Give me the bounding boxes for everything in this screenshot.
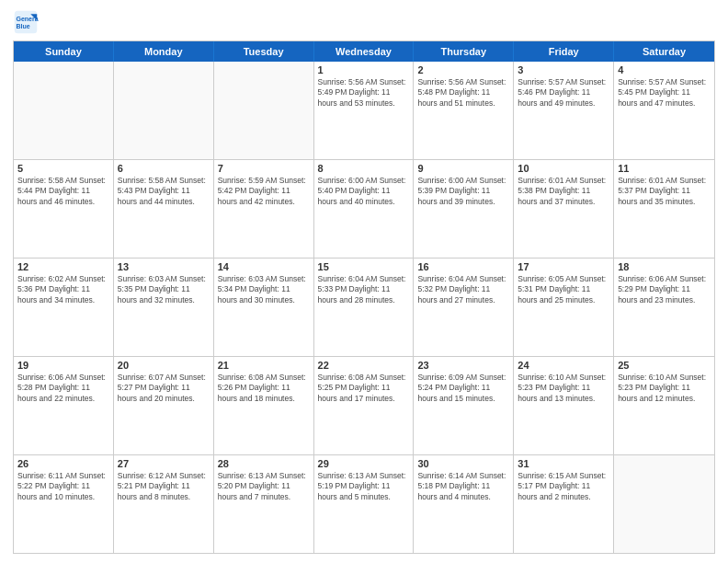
day-info: Sunrise: 5:58 AM Sunset: 5:44 PM Dayligh…: [17, 176, 109, 207]
day-info: Sunrise: 6:03 AM Sunset: 5:35 PM Dayligh…: [118, 274, 210, 305]
day-number: 30: [417, 458, 509, 469]
header: General Blue: [13, 9, 715, 35]
day-cell: 2Sunrise: 5:56 AM Sunset: 5:48 PM Daylig…: [414, 62, 514, 159]
day-number: 6: [118, 163, 210, 174]
week-row-3: 12Sunrise: 6:02 AM Sunset: 5:36 PM Dayli…: [14, 258, 714, 356]
day-info: Sunrise: 6:06 AM Sunset: 5:29 PM Dayligh…: [618, 274, 711, 305]
day-info: Sunrise: 6:08 AM Sunset: 5:25 PM Dayligh…: [318, 373, 410, 404]
day-info: Sunrise: 6:10 AM Sunset: 5:23 PM Dayligh…: [618, 373, 711, 404]
day-number: 5: [17, 163, 109, 174]
day-info: Sunrise: 6:06 AM Sunset: 5:28 PM Dayligh…: [17, 373, 109, 404]
header-saturday: Saturday: [614, 41, 714, 62]
logo: General Blue: [13, 9, 42, 35]
day-number: 29: [318, 458, 410, 469]
day-cell: 3Sunrise: 5:57 AM Sunset: 5:46 PM Daylig…: [514, 62, 614, 159]
day-number: 13: [118, 261, 210, 272]
day-number: 11: [618, 163, 711, 174]
day-cell: 29Sunrise: 6:13 AM Sunset: 5:19 PM Dayli…: [314, 455, 415, 553]
day-number: 18: [618, 261, 711, 272]
logo-icon: General Blue: [13, 9, 39, 35]
day-cell: 14Sunrise: 6:03 AM Sunset: 5:34 PM Dayli…: [214, 259, 314, 356]
day-cell: 27Sunrise: 6:12 AM Sunset: 5:21 PM Dayli…: [114, 455, 214, 553]
day-cell: 28Sunrise: 6:13 AM Sunset: 5:20 PM Dayli…: [214, 455, 314, 553]
day-number: 20: [118, 360, 210, 371]
svg-text:Blue: Blue: [17, 23, 30, 29]
day-number: 15: [318, 261, 410, 272]
day-number: 28: [218, 458, 310, 469]
calendar: Sunday Monday Tuesday Wednesday Thursday…: [13, 40, 715, 554]
day-number: 2: [417, 64, 509, 75]
day-info: Sunrise: 6:08 AM Sunset: 5:26 PM Dayligh…: [218, 373, 310, 404]
day-info: Sunrise: 6:05 AM Sunset: 5:31 PM Dayligh…: [518, 274, 609, 305]
day-cell: 1Sunrise: 5:56 AM Sunset: 5:49 PM Daylig…: [314, 62, 415, 159]
day-number: 9: [417, 163, 509, 174]
day-number: 24: [518, 360, 609, 371]
day-cell: 16Sunrise: 6:04 AM Sunset: 5:32 PM Dayli…: [414, 259, 514, 356]
day-number: 14: [218, 261, 310, 272]
day-cell: 26Sunrise: 6:11 AM Sunset: 5:22 PM Dayli…: [14, 455, 114, 553]
day-number: 22: [318, 360, 410, 371]
week-row-4: 19Sunrise: 6:06 AM Sunset: 5:28 PM Dayli…: [14, 356, 714, 454]
day-number: 27: [118, 458, 210, 469]
week-row-1: 1Sunrise: 5:56 AM Sunset: 5:49 PM Daylig…: [14, 62, 714, 159]
day-number: 7: [218, 163, 310, 174]
header-tuesday: Tuesday: [214, 41, 314, 62]
day-info: Sunrise: 6:10 AM Sunset: 5:23 PM Dayligh…: [518, 373, 609, 404]
calendar-body: 1Sunrise: 5:56 AM Sunset: 5:49 PM Daylig…: [14, 62, 714, 553]
day-cell: 22Sunrise: 6:08 AM Sunset: 5:25 PM Dayli…: [314, 357, 415, 454]
day-cell: 31Sunrise: 6:15 AM Sunset: 5:17 PM Dayli…: [514, 455, 614, 553]
day-number: 8: [318, 163, 410, 174]
day-cell: 24Sunrise: 6:10 AM Sunset: 5:23 PM Dayli…: [514, 357, 614, 454]
day-info: Sunrise: 5:59 AM Sunset: 5:42 PM Dayligh…: [218, 176, 310, 207]
page: General Blue Sunday Monday Tuesday Wedne…: [0, 0, 728, 563]
day-cell: [214, 62, 314, 159]
day-info: Sunrise: 6:07 AM Sunset: 5:27 PM Dayligh…: [118, 373, 210, 404]
day-info: Sunrise: 5:57 AM Sunset: 5:45 PM Dayligh…: [618, 77, 711, 109]
day-cell: 20Sunrise: 6:07 AM Sunset: 5:27 PM Dayli…: [114, 357, 214, 454]
day-number: 10: [518, 163, 609, 174]
day-info: Sunrise: 6:13 AM Sunset: 5:19 PM Dayligh…: [318, 471, 410, 502]
day-number: 16: [417, 261, 509, 272]
header-wednesday: Wednesday: [314, 41, 415, 62]
header-sunday: Sunday: [14, 41, 114, 62]
day-cell: 18Sunrise: 6:06 AM Sunset: 5:29 PM Dayli…: [614, 259, 714, 356]
day-cell: 15Sunrise: 6:04 AM Sunset: 5:33 PM Dayli…: [314, 259, 415, 356]
day-number: 21: [218, 360, 310, 371]
day-cell: 7Sunrise: 5:59 AM Sunset: 5:42 PM Daylig…: [214, 160, 314, 258]
day-number: 25: [618, 360, 711, 371]
day-number: 26: [17, 458, 109, 469]
day-cell: 4Sunrise: 5:57 AM Sunset: 5:45 PM Daylig…: [614, 62, 714, 159]
day-info: Sunrise: 6:13 AM Sunset: 5:20 PM Dayligh…: [218, 471, 310, 502]
header-thursday: Thursday: [414, 41, 514, 62]
day-cell: 9Sunrise: 6:00 AM Sunset: 5:39 PM Daylig…: [414, 160, 514, 258]
day-cell: 19Sunrise: 6:06 AM Sunset: 5:28 PM Dayli…: [14, 357, 114, 454]
day-number: 31: [518, 458, 609, 469]
header-friday: Friday: [514, 41, 614, 62]
day-number: 19: [17, 360, 109, 371]
day-info: Sunrise: 6:04 AM Sunset: 5:32 PM Dayligh…: [417, 274, 509, 305]
day-number: 4: [618, 64, 711, 75]
day-cell: 10Sunrise: 6:01 AM Sunset: 5:38 PM Dayli…: [514, 160, 614, 258]
day-info: Sunrise: 6:12 AM Sunset: 5:21 PM Dayligh…: [118, 471, 210, 502]
day-headers: Sunday Monday Tuesday Wednesday Thursday…: [14, 41, 714, 62]
day-info: Sunrise: 6:01 AM Sunset: 5:37 PM Dayligh…: [618, 176, 711, 207]
day-info: Sunrise: 6:15 AM Sunset: 5:17 PM Dayligh…: [518, 471, 609, 502]
day-info: Sunrise: 6:11 AM Sunset: 5:22 PM Dayligh…: [17, 471, 109, 502]
day-info: Sunrise: 6:00 AM Sunset: 5:40 PM Dayligh…: [318, 176, 410, 207]
day-cell: 12Sunrise: 6:02 AM Sunset: 5:36 PM Dayli…: [14, 259, 114, 356]
day-cell: [114, 62, 214, 159]
day-info: Sunrise: 6:09 AM Sunset: 5:24 PM Dayligh…: [417, 373, 509, 404]
day-info: Sunrise: 5:56 AM Sunset: 5:49 PM Dayligh…: [318, 77, 410, 109]
day-info: Sunrise: 6:03 AM Sunset: 5:34 PM Dayligh…: [218, 274, 310, 305]
day-cell: 6Sunrise: 5:58 AM Sunset: 5:43 PM Daylig…: [114, 160, 214, 258]
day-cell: 8Sunrise: 6:00 AM Sunset: 5:40 PM Daylig…: [314, 160, 415, 258]
day-cell: 13Sunrise: 6:03 AM Sunset: 5:35 PM Dayli…: [114, 259, 214, 356]
day-cell: 25Sunrise: 6:10 AM Sunset: 5:23 PM Dayli…: [614, 357, 714, 454]
day-info: Sunrise: 5:58 AM Sunset: 5:43 PM Dayligh…: [118, 176, 210, 207]
day-cell: 21Sunrise: 6:08 AM Sunset: 5:26 PM Dayli…: [214, 357, 314, 454]
day-info: Sunrise: 6:14 AM Sunset: 5:18 PM Dayligh…: [417, 471, 509, 502]
day-info: Sunrise: 5:56 AM Sunset: 5:48 PM Dayligh…: [417, 77, 509, 109]
day-info: Sunrise: 6:00 AM Sunset: 5:39 PM Dayligh…: [417, 176, 509, 207]
day-number: 12: [17, 261, 109, 272]
day-info: Sunrise: 6:01 AM Sunset: 5:38 PM Dayligh…: [518, 176, 609, 207]
